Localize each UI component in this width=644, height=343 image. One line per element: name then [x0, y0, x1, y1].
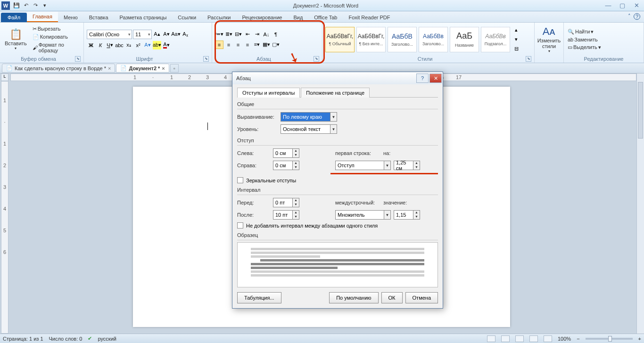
align-center-icon[interactable]: ≡: [224, 41, 233, 49]
decrease-indent-icon[interactable]: ⇤: [243, 30, 252, 39]
tab-file[interactable]: Файл: [1, 13, 27, 22]
close-icon[interactable]: ✕: [631, 2, 642, 9]
tab-review[interactable]: Рецензирование: [236, 13, 288, 22]
style-title[interactable]: АаБНазвание: [450, 27, 479, 52]
tab-mail[interactable]: Рассылки: [202, 13, 236, 22]
print-layout-view-icon[interactable]: [487, 335, 495, 342]
sort-icon[interactable]: A↓: [262, 30, 271, 39]
spell-check-icon[interactable]: ✔: [88, 335, 92, 342]
zoom-in-icon[interactable]: +: [638, 336, 641, 342]
first-line-select[interactable]: Отступ▼: [335, 161, 391, 170]
font-name-select[interactable]: Calibri (Осно: [87, 30, 132, 39]
close-tab-icon[interactable]: ×: [162, 65, 165, 71]
zoom-level[interactable]: 100%: [558, 336, 571, 342]
tab-position[interactable]: Положение на странице: [301, 88, 370, 98]
qat-dropdown-icon[interactable]: ▾: [41, 1, 49, 10]
undo-icon[interactable]: ↶: [22, 1, 30, 10]
text-effects-icon[interactable]: A▾: [143, 41, 152, 49]
subscript-icon[interactable]: x₂: [124, 41, 133, 49]
align-left-icon[interactable]: ≡: [215, 41, 223, 49]
show-marks-icon[interactable]: ¶: [272, 30, 280, 39]
shrink-font-icon[interactable]: A▾: [162, 30, 171, 39]
line-spacing-value-input[interactable]: 1,15▲▼: [394, 210, 420, 220]
zoom-out-icon[interactable]: −: [577, 336, 579, 342]
dialog-title-bar[interactable]: Абзац ? ✕: [232, 72, 443, 84]
spacing-before-input[interactable]: 0 пт▲▼: [273, 198, 299, 207]
ok-button[interactable]: ОК: [381, 292, 403, 303]
minimize-icon[interactable]: —: [603, 2, 614, 9]
change-styles-button[interactable]: Aᴀ Изменить стили ▾: [537, 24, 561, 55]
close-tab-icon[interactable]: ×: [108, 65, 111, 71]
vertical-ruler[interactable]: 1·123456: [1, 81, 8, 334]
web-view-icon[interactable]: [515, 335, 524, 342]
clipboard-dialog-launcher[interactable]: ⬊: [75, 56, 81, 62]
alignment-select[interactable]: По левому краю▼: [281, 112, 337, 122]
tab-insert[interactable]: Вставка: [83, 13, 114, 22]
justify-icon[interactable]: ≡: [243, 41, 252, 49]
word-count[interactable]: Число слов: 0: [49, 336, 83, 342]
increase-indent-icon[interactable]: ⇥: [253, 30, 261, 39]
tab-menu[interactable]: Меню: [58, 13, 83, 22]
tab-view[interactable]: Вид: [288, 13, 308, 22]
font-dialog-launcher[interactable]: ⬊: [203, 56, 209, 62]
styles-down-icon[interactable]: ▾: [512, 35, 520, 44]
dialog-close-icon[interactable]: ✕: [429, 74, 442, 83]
line-spacing-icon[interactable]: ≡▾: [253, 41, 261, 49]
styles-dialog-launcher[interactable]: ⬊: [526, 56, 531, 62]
style-subtitle[interactable]: АаБбВвПодзагол...: [481, 27, 510, 52]
line-spacing-select[interactable]: Множитель▼: [335, 210, 391, 220]
draft-view-icon[interactable]: [544, 335, 552, 342]
outline-view-icon[interactable]: [529, 335, 538, 342]
default-button[interactable]: По умолчанию: [329, 292, 378, 303]
dialog-help-icon[interactable]: ?: [416, 74, 429, 83]
highlight-icon[interactable]: ab▾: [153, 41, 161, 49]
tab-indents[interactable]: Отступы и интервалы: [237, 88, 300, 98]
redo-icon[interactable]: ↷: [31, 1, 40, 10]
find-button[interactable]: 🔍Найти ▾: [567, 28, 641, 35]
strike-icon[interactable]: abc: [115, 41, 124, 49]
style-heading2[interactable]: АаБбВвЗаголово...: [419, 27, 448, 52]
font-size-select[interactable]: 11: [133, 30, 152, 39]
italic-icon[interactable]: К: [96, 41, 105, 49]
styles-up-icon[interactable]: ▴: [512, 26, 520, 34]
grow-font-icon[interactable]: A▴: [153, 30, 161, 39]
scrollbar-thumb[interactable]: [638, 82, 643, 139]
superscript-icon[interactable]: x²: [134, 41, 142, 49]
tab-office[interactable]: Office Tab: [308, 13, 343, 22]
zoom-slider-knob[interactable]: [608, 336, 612, 342]
align-right-icon[interactable]: ≡: [234, 41, 242, 49]
document-tab-1[interactable]: 📄Как сделать красную строку в Ворде *×: [2, 64, 115, 73]
copy-button[interactable]: 📄Копировать: [32, 33, 82, 41]
page-status[interactable]: Страница: 1 из 1: [3, 336, 43, 342]
paragraph-dialog-launcher[interactable]: ⬊: [314, 56, 319, 62]
mirror-indents-checkbox[interactable]: [237, 177, 243, 183]
style-heading1[interactable]: АаБбВЗаголово...: [388, 27, 417, 52]
vertical-scrollbar[interactable]: [636, 74, 644, 334]
first-line-by-input[interactable]: 1,25 см▲▼: [394, 161, 420, 170]
style-nospacing[interactable]: АаБбВвГг,¶ Без инте...: [356, 27, 386, 52]
outline-level-select[interactable]: Основной текст▼: [281, 124, 337, 134]
cancel-button[interactable]: Отмена: [405, 292, 438, 303]
new-document-button[interactable]: ▫: [170, 64, 179, 73]
indent-right-input[interactable]: 0 см▲▼: [273, 161, 299, 170]
styles-more-icon[interactable]: ⊟: [512, 45, 520, 53]
spacing-after-input[interactable]: 10 пт▲▼: [273, 210, 299, 220]
font-color-icon[interactable]: A▾: [162, 41, 171, 49]
replace-button[interactable]: abЗаменить: [567, 36, 641, 43]
language-status[interactable]: русский: [98, 336, 116, 342]
document-tab-2[interactable]: 📄Документ2 *×: [116, 64, 169, 73]
borders-icon[interactable]: ▢▾: [272, 41, 280, 49]
zoom-slider[interactable]: [586, 338, 633, 340]
tab-foxit[interactable]: Foxit Reader PDF: [343, 13, 396, 22]
no-space-same-style-checkbox[interactable]: [237, 222, 243, 229]
numbering-icon[interactable]: ≣▾: [224, 30, 233, 39]
style-normal[interactable]: АаБбВвГг,¶ Обычный: [325, 27, 355, 52]
cut-button[interactable]: ✂Вырезать: [32, 25, 82, 33]
clear-formatting-icon[interactable]: Aᵪ: [181, 30, 190, 39]
format-painter-button[interactable]: 🖌Формат по образцу: [32, 41, 82, 54]
multilevel-list-icon[interactable]: ⊟▾: [234, 30, 242, 39]
underline-icon[interactable]: Ч▾: [106, 41, 114, 49]
save-icon[interactable]: 💾: [12, 1, 21, 10]
tab-refs[interactable]: Ссылки: [172, 13, 202, 22]
tab-layout[interactable]: Разметка страницы: [114, 13, 173, 22]
